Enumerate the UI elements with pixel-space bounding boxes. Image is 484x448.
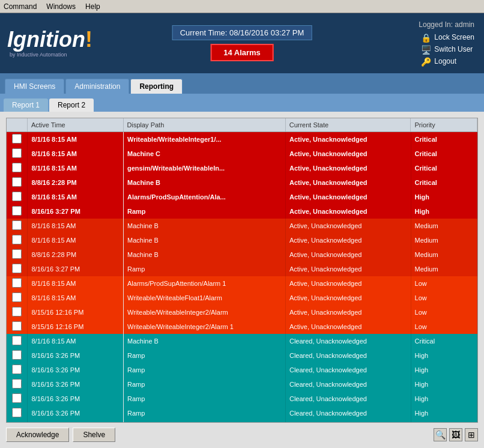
table-row[interactable]: 8/8/16 2:28 PMMachine BActive, Unacknowl… (7, 247, 477, 262)
table-row[interactable]: 8/1/16 8:15 AMAlarms/ProdSupAttention/Al… (7, 276, 477, 291)
table-row[interactable]: 8/1/16 8:15 AMMachine BCleared, Unacknow… (7, 334, 477, 348)
menu-help[interactable]: Help (85, 2, 100, 11)
alarm-table: Active Time Display Path Current State P… (7, 118, 477, 132)
table-row[interactable]: 8/15/16 12:16 PMWriteable/WriteableInteg… (7, 319, 477, 334)
table-row[interactable]: 8/8/16 2:28 PMMachine BActive, Unacknowl… (7, 175, 477, 190)
table-row[interactable]: 8/16/16 3:26 PMRampCleared, Unacknowledg… (7, 406, 477, 420)
cell-priority: Critical (411, 334, 477, 348)
cell-path: Writeable/WriteableFloat1/Alarm (123, 291, 285, 305)
cell-priority: Critical (411, 161, 477, 175)
tab-administration[interactable]: Administration (65, 79, 129, 94)
row-checkbox[interactable] (12, 249, 22, 259)
tab-hmi-screens[interactable]: HMI Screens (5, 79, 64, 94)
cell-path: Ramp (123, 262, 285, 276)
cell-priority: Critical (411, 175, 477, 190)
lock-screen-button[interactable]: 🔒 Lock Screen (419, 32, 477, 42)
cell-priority: Medium (411, 247, 477, 262)
logo-area: Ignition! by Inductive Automation (7, 29, 92, 58)
table-row[interactable]: 8/1/16 8:15 AMMachine BActive, Unacknowl… (7, 219, 477, 233)
switch-user-button[interactable]: 🖥️ Switch User (419, 44, 475, 54)
cell-path: gensim/Writeable/WriteableIn... (123, 161, 285, 175)
cell-priority: Low (411, 276, 477, 291)
logout-button[interactable]: 🔑 Logout (419, 56, 459, 66)
row-checkbox[interactable] (12, 264, 22, 273)
cell-time: 8/1/16 8:15 AM (28, 147, 124, 161)
row-checkbox[interactable] (12, 292, 22, 302)
cell-priority: High (411, 420, 477, 422)
row-checkbox[interactable] (12, 365, 22, 374)
cell-time: 8/1/16 8:15 AM (28, 161, 124, 175)
cell-time: 8/16/16 3:26 PM (28, 392, 124, 406)
logged-in-label: Logged In: admin (419, 20, 474, 29)
cell-priority: High (411, 190, 477, 204)
cell-path: Machine B (123, 219, 285, 233)
logo: Ignition! (7, 29, 92, 50)
cell-time: 8/1/16 8:15 AM (28, 276, 124, 291)
menu-windows[interactable]: Windows (46, 2, 76, 11)
cell-priority: Medium (411, 262, 477, 276)
cell-state: Cleared, Unacknowledged (285, 392, 411, 406)
table-row[interactable]: 8/16/16 3:26 PMRampCleared, Unacknowledg… (7, 377, 477, 392)
table-row[interactable]: 8/1/16 8:15 AMAlarms/ProdSupAttention/Al… (7, 190, 477, 204)
cell-path: Ramp (123, 420, 285, 422)
cell-state: Cleared, Unacknowledged (285, 363, 411, 377)
sub-tab-report2[interactable]: Report 2 (49, 98, 94, 112)
user-area: Logged In: admin 🔒 Lock Screen 🖥️ Switch… (419, 20, 477, 66)
cell-path: Ramp (123, 392, 285, 406)
table-row[interactable]: 8/1/16 8:15 AMWriteable/WriteableInteger… (7, 132, 477, 147)
row-checkbox[interactable] (12, 220, 22, 230)
row-checkbox[interactable] (12, 206, 22, 216)
row-checkbox[interactable] (12, 192, 22, 201)
cell-time: 8/1/16 8:15 AM (28, 334, 124, 348)
cell-priority: Medium (411, 233, 477, 247)
cell-priority: Low (411, 305, 477, 319)
cell-time: 8/8/16 2:28 PM (28, 247, 124, 262)
cell-state: Active, Unacknowledged (285, 132, 411, 147)
menu-command[interactable]: Command (4, 2, 37, 11)
cell-state: Active, Unacknowledged (285, 175, 411, 190)
table-row[interactable]: 8/16/16 3:26 PMRampCleared, Unacknowledg… (7, 392, 477, 406)
row-checkbox[interactable] (12, 307, 22, 316)
cell-path: Writeable/WriteableInteger2/Alarm 1 (123, 319, 285, 334)
table-row[interactable]: 8/1/16 8:15 AMMachine BActive, Unacknowl… (7, 233, 477, 247)
table-row[interactable]: 8/1/16 8:15 AMgensim/Writeable/Writeable… (7, 161, 477, 175)
row-checkbox[interactable] (12, 393, 22, 403)
search-icon-button[interactable]: 🔍 (434, 428, 447, 441)
cell-path: Machine B (123, 247, 285, 262)
tab-reporting[interactable]: Reporting (130, 79, 183, 94)
table-row[interactable]: 8/16/16 3:27 PMRampActive, Unacknowledge… (7, 262, 477, 276)
bottom-toolbar: Acknowledge Shelve 🔍 🖼 ⊞ (6, 428, 478, 442)
row-checkbox[interactable] (12, 321, 22, 331)
grid-icon-button[interactable]: ⊞ (465, 428, 478, 441)
row-checkbox[interactable] (12, 350, 22, 360)
row-checkbox[interactable] (12, 148, 22, 158)
cell-time: 8/16/16 3:26 PM (28, 348, 124, 363)
table-row[interactable]: 8/16/16 3:27 PMRampCleared, Unacknowledg… (7, 420, 477, 422)
table-row[interactable]: 8/16/16 3:27 PMRampActive, Unacknowledge… (7, 204, 477, 219)
row-checkbox[interactable] (12, 163, 22, 172)
row-checkbox[interactable] (12, 336, 22, 345)
col-header-path: Display Path (123, 118, 285, 132)
table-scroll[interactable]: 8/1/16 8:15 AMWriteable/WriteableInteger… (7, 132, 477, 422)
cell-priority: High (411, 363, 477, 377)
table-row[interactable]: 8/1/16 8:15 AMWriteable/WriteableFloat1/… (7, 291, 477, 305)
table-row[interactable]: 8/15/16 12:16 PMWriteable/WriteableInteg… (7, 305, 477, 319)
toolbar-icons: 🔍 🖼 ⊞ (434, 428, 478, 441)
alarms-button[interactable]: 14 Alarms (210, 44, 274, 61)
lock-icon: 🔒 (421, 33, 431, 41)
row-checkbox[interactable] (12, 408, 22, 417)
acknowledge-button[interactable]: Acknowledge (6, 428, 69, 442)
alarm-tbody: 8/1/16 8:15 AMWriteable/WriteableInteger… (7, 132, 477, 422)
switch-user-icon: 🖥️ (421, 45, 431, 53)
row-checkbox[interactable] (12, 134, 22, 144)
sub-tab-report1[interactable]: Report 1 (4, 98, 48, 112)
shelve-button[interactable]: Shelve (73, 428, 115, 442)
table-row[interactable]: 8/1/16 8:15 AMMachine CActive, Unacknowl… (7, 147, 477, 161)
row-checkbox[interactable] (12, 235, 22, 244)
row-checkbox[interactable] (12, 379, 22, 389)
table-row[interactable]: 8/16/16 3:26 PMRampCleared, Unacknowledg… (7, 363, 477, 377)
image-icon-button[interactable]: 🖼 (449, 428, 462, 441)
row-checkbox[interactable] (12, 177, 22, 187)
row-checkbox[interactable] (12, 278, 22, 288)
table-row[interactable]: 8/16/16 3:26 PMRampCleared, Unacknowledg… (7, 348, 477, 363)
